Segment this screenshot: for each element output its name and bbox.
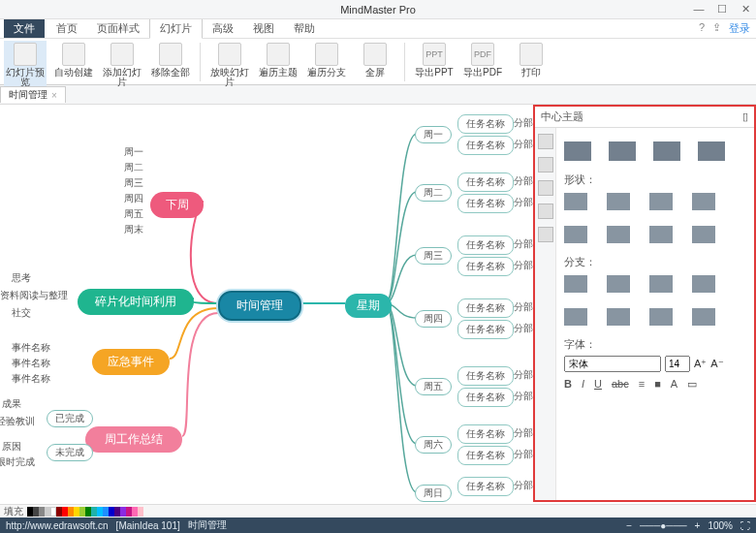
task-node[interactable]: 任务名称 <box>457 446 514 465</box>
branch-option-icon[interactable] <box>692 275 715 293</box>
ribbon-traverse-branch[interactable]: 遍历分支 <box>305 41 348 78</box>
node-wd1[interactable]: 周一 <box>415 126 452 143</box>
font-larger-button[interactable]: A⁺ <box>694 358 707 370</box>
leaf-mon[interactable]: 周一 <box>124 145 143 159</box>
leaf-tue[interactable]: 周二 <box>124 161 143 174</box>
task-node[interactable]: 任务名称 <box>457 136 514 155</box>
task-node[interactable]: 任务名称 <box>457 298 514 318</box>
tab-slides[interactable]: 幻灯片 <box>149 18 203 39</box>
task-node[interactable]: 任务名称 <box>457 235 514 255</box>
maximize-button[interactable]: ☐ <box>715 3 729 16</box>
branch-option-icon[interactable] <box>564 308 587 326</box>
ribbon-add-slide[interactable]: 添加幻灯片 <box>101 41 143 87</box>
sub-label[interactable]: 分部 <box>514 259 533 272</box>
file-menu[interactable]: 文件 <box>4 19 45 38</box>
zoom-out-button[interactable]: − <box>626 520 632 531</box>
italic-button[interactable]: I <box>582 378 584 391</box>
fill-color-button[interactable]: ▭ <box>687 378 697 391</box>
ribbon-slide-preview[interactable]: 幻灯片预览 <box>4 41 47 87</box>
leaf-think[interactable]: 思考 <box>12 271 31 285</box>
node-fragment-time[interactable]: 碎片化时间利用 <box>78 289 194 315</box>
font-smaller-button[interactable]: A⁻ <box>710 358 723 370</box>
node-undone[interactable]: 未完成 <box>47 444 93 461</box>
sub-label[interactable]: 分部 <box>514 368 533 382</box>
node-central[interactable]: 时间管理 <box>218 291 301 321</box>
ribbon-auto-create[interactable]: 自动创建 <box>52 41 95 78</box>
task-node[interactable]: 任务名称 <box>457 114 514 134</box>
bold-button[interactable]: B <box>564 378 572 391</box>
sub-label[interactable]: 分部 <box>514 138 533 151</box>
minimize-button[interactable]: — <box>692 3 706 16</box>
document-tab[interactable]: 时间管理 × <box>0 86 66 103</box>
node-wd6[interactable]: 周六 <box>415 436 452 454</box>
font-size-input[interactable] <box>665 356 690 372</box>
help-icon[interactable]: ? <box>699 21 705 36</box>
sub-label[interactable]: 分部 <box>514 116 533 130</box>
panel-pin-icon[interactable]: ▯ <box>742 110 748 123</box>
panel-tab-outline-icon[interactable] <box>538 180 553 196</box>
layout-option-icon[interactable] <box>698 141 725 161</box>
branch-option-icon[interactable] <box>607 275 630 293</box>
branch-option-icon[interactable] <box>607 308 630 326</box>
leaf-wed[interactable]: 周三 <box>124 176 143 190</box>
highlight-button[interactable]: ■ <box>654 378 661 391</box>
sub-label[interactable]: 分部 <box>514 322 533 335</box>
sub-label[interactable]: 分部 <box>514 196 533 209</box>
shape-option-icon[interactable] <box>564 226 587 243</box>
sub-label[interactable]: 分部 <box>514 390 533 403</box>
ribbon-traverse-topic[interactable]: 遍历主题 <box>257 41 299 78</box>
leaf-read[interactable]: 资料阅读与整理 <box>0 289 68 302</box>
canvas[interactable]: 时间管理 下周 碎片化时间利用 应急事件 周工作总结 星期 周一 周二 周三 周… <box>0 105 533 502</box>
zoom-slider[interactable]: ───●─── <box>640 520 687 531</box>
panel-tab-icons-icon[interactable] <box>538 204 553 219</box>
tab-home[interactable]: 首页 <box>47 19 87 38</box>
sub-label[interactable]: 分部 <box>514 300 533 314</box>
leaf-thu[interactable]: 周四 <box>124 192 143 205</box>
zoom-in-button[interactable]: + <box>695 520 701 531</box>
sub-label[interactable]: 分部 <box>514 174 533 188</box>
color-swatch[interactable] <box>138 507 143 517</box>
node-week[interactable]: 星期 <box>345 294 392 318</box>
branch-option-icon[interactable] <box>649 275 673 293</box>
node-wd7[interactable]: 周日 <box>415 485 452 502</box>
shape-option-icon[interactable] <box>564 193 587 210</box>
shape-option-icon[interactable] <box>649 193 673 210</box>
node-wd2[interactable]: 周二 <box>415 184 452 202</box>
leaf-lesson[interactable]: 经验教训 <box>0 415 35 428</box>
fit-window-button[interactable]: ⛶ <box>740 520 750 531</box>
ribbon-play-slides[interactable]: 放映幻灯片 <box>208 41 251 87</box>
leaf-result[interactable]: 成果 <box>2 397 21 411</box>
leaf-social[interactable]: 社交 <box>12 306 31 320</box>
leaf-deadline[interactable]: 限时完成 <box>0 455 35 469</box>
task-node[interactable]: 任务名称 <box>457 257 514 276</box>
ribbon-remove-all[interactable]: 移除全部 <box>149 41 192 78</box>
close-button[interactable]: ✕ <box>739 3 752 16</box>
panel-tab-layout-icon[interactable] <box>538 157 553 172</box>
node-wd4[interactable]: 周四 <box>415 310 452 328</box>
task-node[interactable]: 任务名称 <box>457 477 514 496</box>
sub-label[interactable]: 分部 <box>514 237 533 251</box>
layout-option-icon[interactable] <box>609 141 636 161</box>
node-weekly-summary[interactable]: 周工作总结 <box>85 426 182 453</box>
node-done[interactable]: 已完成 <box>47 410 93 427</box>
ribbon-print[interactable]: 打印 <box>510 41 552 78</box>
sub-label[interactable]: 分部 <box>514 479 533 492</box>
task-node[interactable]: 任务名称 <box>457 366 514 386</box>
underline-button[interactable]: U <box>594 378 602 391</box>
ribbon-fullscreen[interactable]: 全屏 <box>354 41 396 78</box>
task-node[interactable]: 任务名称 <box>457 388 514 407</box>
shape-option-icon[interactable] <box>692 226 715 243</box>
shape-option-icon[interactable] <box>649 226 673 243</box>
panel-tab-style-icon[interactable] <box>538 134 553 149</box>
leaf-fri[interactable]: 周五 <box>124 207 143 221</box>
tab-advanced[interactable]: 高级 <box>203 19 243 38</box>
font-color-button[interactable]: A <box>671 378 677 391</box>
ribbon-export-ppt[interactable]: PPT导出PPT <box>413 41 456 78</box>
doc-tab-close[interactable]: × <box>51 90 57 101</box>
node-emergency[interactable]: 应急事件 <box>92 349 170 375</box>
leaf-event1[interactable]: 事件名称 <box>12 341 50 355</box>
tab-view[interactable]: 视图 <box>243 19 284 38</box>
tab-page-style[interactable]: 页面样式 <box>87 19 149 38</box>
shape-option-icon[interactable] <box>692 193 715 210</box>
shape-option-icon[interactable] <box>607 193 630 210</box>
